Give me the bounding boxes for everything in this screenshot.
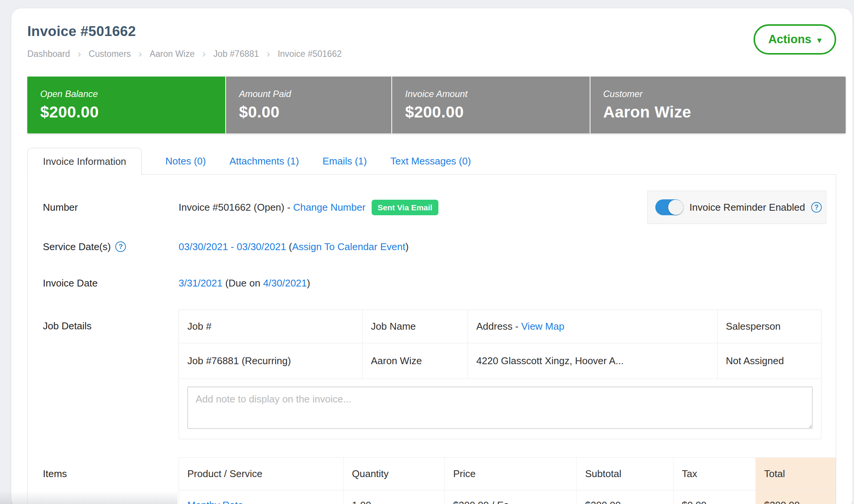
service-dates-label: Service Date(s) [43,241,111,253]
customer-card: Customer Aaron Wize [590,77,846,133]
actions-button[interactable]: Actions ▾ [754,24,836,55]
price-header: Price [445,458,577,490]
change-number-link[interactable]: Change Number [293,202,366,213]
job-name-cell: Aaron Wize [363,343,468,379]
sent-via-email-badge: Sent Via Email [372,200,438,215]
summary-bar: Open Balance $200.00 Amount Paid $0.00 I… [27,77,846,133]
tab-notes[interactable]: Notes (0) [165,148,206,174]
invoice-reminder-toggle[interactable] [655,199,683,215]
service-dates-link[interactable]: 03/30/2021 - 03/30/2021 [179,241,286,253]
invoice-reminder-panel: Invoice Reminder Enabled ? [647,191,826,224]
items-table: Product / Service Quantity Price Subtota… [179,457,836,504]
item-subtotal-cell: $200.00 [577,490,673,504]
job-number-header: Job # [179,310,363,343]
tab-text-messages[interactable]: Text Messages (0) [390,148,471,174]
breadcrumb-dashboard[interactable]: Dashboard [27,49,70,59]
total-header: Total [756,458,835,490]
invoice-amount-card: Invoice Amount $200.00 [391,77,589,133]
items-row: Items Product / Service Quantity Price S… [28,457,836,504]
address-cell: 4220 Glasscott Xingz, Hoover A... [468,343,717,379]
help-icon[interactable]: ? [115,241,126,252]
tab-bar: Invoice Information Notes (0) Attachment… [27,148,836,174]
tab-attachments[interactable]: Attachments (1) [229,148,299,174]
quantity-header: Quantity [344,458,445,490]
invoice-date-link[interactable]: 3/31/2021 [179,277,223,289]
chevron-right-icon: › [202,49,206,59]
invoice-information-panel: Invoice Reminder Enabled ? Number Invoic… [27,174,836,504]
job-number-cell: Job #76881 (Recurring) [179,343,363,379]
toggle-knob [668,200,683,215]
invoice-amount-label: Invoice Amount [405,89,589,99]
salesperson-cell: Not Assigned [717,343,821,379]
assign-to-calendar-event-link[interactable]: Assign To Calendar Event [292,241,405,253]
invoice-date-row: Invoice Date 3/31/2021 (Due on 4/30/2021… [28,274,836,292]
open-balance-card: Open Balance $200.00 [27,77,225,133]
page-header: Invoice #501662 Dashboard › Customers › … [27,23,836,59]
amount-paid-value: $0.00 [239,103,391,121]
invoice-date-label: Invoice Date [28,277,179,289]
customer-label: Customer [603,89,846,99]
address-header-text: Address - [476,321,521,332]
item-tax-cell: $0.00 [673,490,756,504]
breadcrumb: Dashboard › Customers › Aaron Wize › Job… [27,49,342,59]
job-details-row: Job Details Job # Job Name Address - Vie… [28,310,836,439]
chevron-right-icon: › [267,49,270,59]
chevron-right-icon: › [138,49,142,59]
breadcrumb-customer-name[interactable]: Aaron Wize [149,49,195,59]
address-header: Address - View Map [468,310,717,343]
breadcrumb-current-invoice: Invoice #501662 [278,49,342,59]
product-service-header: Product / Service [179,458,344,490]
open-balance-value: $200.00 [40,103,225,121]
view-map-link[interactable]: View Map [521,321,565,332]
amount-paid-card: Amount Paid $0.00 [225,77,391,133]
due-close-paren: ) [307,277,310,289]
salesperson-header: Salesperson [717,310,821,343]
subtotal-header: Subtotal [577,458,673,490]
invoice-note-input[interactable] [187,387,813,429]
invoice-reminder-label: Invoice Reminder Enabled [689,202,805,213]
tab-emails[interactable]: Emails (1) [322,148,367,174]
due-date-link[interactable]: 4/30/2021 [263,277,307,289]
chevron-right-icon: › [78,49,81,59]
invoice-number-value: Invoice #501662 (Open) - [179,202,293,213]
service-dates-row: Service Date(s) ? 03/30/2021 - 03/30/202… [28,238,836,256]
page-title: Invoice #501662 [27,23,342,39]
tab-invoice-information[interactable]: Invoice Information [27,148,142,175]
item-product-link[interactable]: Monthy Rate [187,499,243,504]
caret-down-icon: ▾ [818,36,822,45]
due-on-text: (Due on [223,277,263,289]
item-total-cell: $200.00 [756,490,835,504]
paren-open: ( [286,241,292,253]
paren-close: ) [405,241,409,253]
job-details-label: Job Details [28,310,179,332]
amount-paid-label: Amount Paid [239,89,391,99]
job-details-table: Job # Job Name Address - View Map Salesp… [179,310,821,439]
item-quantity-cell: 1.00 [344,490,445,504]
customer-value: Aaron Wize [603,103,846,121]
invoice-page-card: Invoice #501662 Dashboard › Customers › … [11,8,852,504]
tax-header: Tax [673,458,756,490]
job-name-header: Job Name [363,310,468,343]
number-label: Number [28,202,179,213]
breadcrumb-customers[interactable]: Customers [89,49,131,59]
actions-button-label: Actions [768,33,812,46]
item-price-cell: $200.00 / Ea [445,490,577,504]
breadcrumb-job[interactable]: Job #76881 [214,49,259,59]
open-balance-label: Open Balance [40,89,225,99]
items-label: Items [28,457,179,480]
item-product-cell: Monthy Rate [179,490,344,504]
invoice-amount-value: $200.00 [405,103,589,121]
help-icon[interactable]: ? [811,202,822,213]
